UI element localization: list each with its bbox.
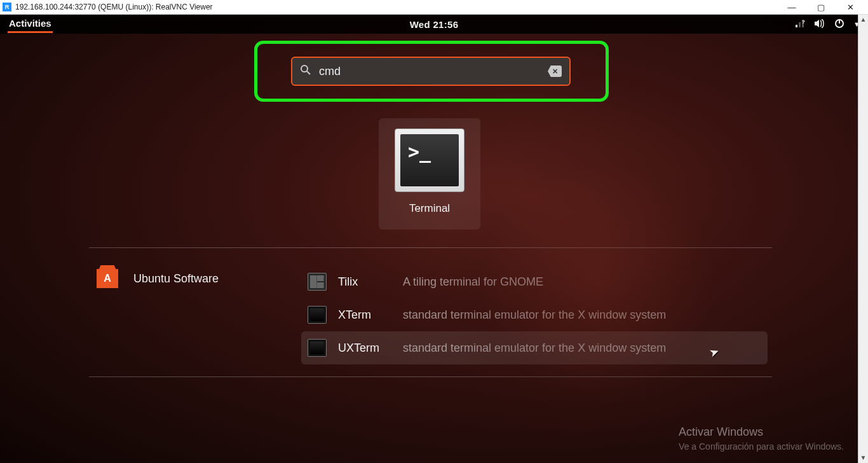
window-title: 192.168.100.244:32770 (QEMU (Linux)): Re… bbox=[15, 3, 213, 11]
windows-activation-watermark: Activar Windows Ve a Configuración para … bbox=[679, 425, 844, 452]
scroll-down-button[interactable]: ▼ bbox=[858, 453, 868, 463]
software-result-name: Tilix bbox=[338, 275, 391, 289]
host-window-titlebar: R 192.168.100.244:32770 (QEMU (Linux)): … bbox=[0, 0, 868, 15]
network-icon[interactable]: ? bbox=[795, 19, 805, 30]
ubuntu-software-icon bbox=[97, 269, 118, 288]
activities-search[interactable]: ✕ bbox=[291, 57, 571, 86]
terminal-prompt: >_ bbox=[400, 134, 459, 186]
watermark-line2: Ve a Configuración para activar Windows. bbox=[679, 441, 844, 452]
host-scrollbar[interactable]: ▲ ▼ bbox=[858, 15, 868, 463]
tilix-icon bbox=[308, 273, 327, 291]
gnome-desktop: Activities Wed 21:56 ? ▼ ✕ >_ Terminal bbox=[0, 15, 868, 463]
search-icon bbox=[300, 64, 311, 78]
close-button[interactable]: ✕ bbox=[841, 3, 859, 12]
divider bbox=[89, 377, 772, 377]
software-result-row[interactable]: XTermstandard terminal emulator for the … bbox=[301, 298, 768, 331]
software-result-row[interactable]: UXTermstandard terminal emulator for the… bbox=[301, 331, 768, 364]
software-result-name: XTerm bbox=[338, 308, 391, 322]
software-result-name: UXTerm bbox=[338, 342, 391, 355]
window-controls: — ▢ ✕ bbox=[783, 3, 865, 12]
system-tray[interactable]: ? ▼ bbox=[795, 18, 860, 31]
search-input[interactable] bbox=[319, 65, 540, 78]
svg-text:?: ? bbox=[802, 19, 805, 25]
activities-button[interactable]: Activities bbox=[8, 15, 53, 33]
scroll-up-button[interactable]: ▲ bbox=[858, 15, 868, 25]
app-result-label: Terminal bbox=[409, 202, 450, 215]
terminal-icon: >_ bbox=[395, 128, 465, 192]
minimize-button[interactable]: — bbox=[783, 3, 801, 12]
divider bbox=[89, 247, 772, 248]
gnome-topbar: Activities Wed 21:56 ? ▼ bbox=[0, 15, 868, 34]
software-category[interactable]: Ubuntu Software bbox=[97, 269, 219, 288]
xt-icon bbox=[308, 339, 327, 357]
software-result-description: A tiling terminal for GNOME bbox=[403, 275, 543, 289]
power-icon[interactable] bbox=[834, 18, 844, 31]
software-category-label: Ubuntu Software bbox=[133, 272, 219, 286]
realvnc-icon: R bbox=[3, 3, 11, 11]
svg-line-4 bbox=[307, 71, 310, 74]
software-result-description: standard terminal emulator for the X win… bbox=[403, 308, 666, 322]
scroll-track[interactable] bbox=[858, 25, 868, 453]
clear-search-button[interactable]: ✕ bbox=[548, 66, 562, 77]
software-result-row[interactable]: TilixA tiling terminal for GNOME bbox=[301, 265, 768, 298]
svg-rect-2 bbox=[839, 19, 840, 24]
clock[interactable]: Wed 21:56 bbox=[410, 19, 459, 30]
volume-icon[interactable] bbox=[814, 19, 825, 30]
maximize-button[interactable]: ▢ bbox=[812, 3, 830, 12]
watermark-line1: Activar Windows bbox=[679, 425, 844, 439]
app-result-terminal[interactable]: >_ Terminal bbox=[379, 118, 480, 230]
software-results: TilixA tiling terminal for GNOMEXTermsta… bbox=[301, 265, 768, 364]
software-result-description: standard terminal emulator for the X win… bbox=[403, 342, 666, 355]
svg-point-3 bbox=[301, 66, 308, 72]
xt-icon bbox=[308, 306, 327, 324]
